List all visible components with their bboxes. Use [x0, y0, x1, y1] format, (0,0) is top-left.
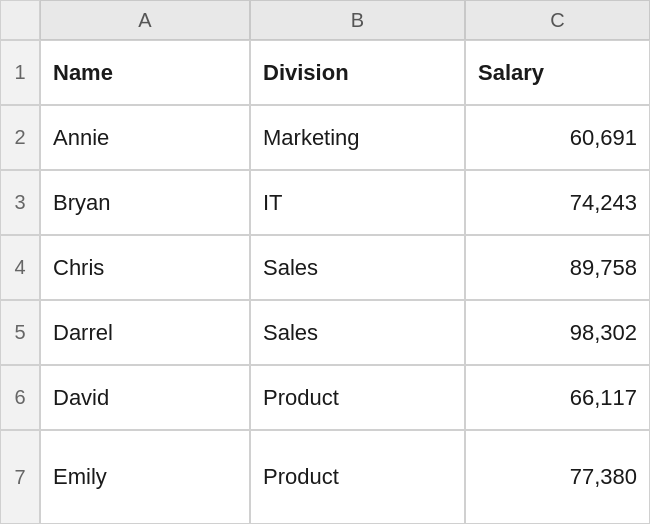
col-header-a: A: [40, 0, 250, 40]
cell-b3[interactable]: IT: [250, 170, 465, 235]
cell-b6[interactable]: Product: [250, 365, 465, 430]
cell-a1[interactable]: Name: [40, 40, 250, 105]
cell-b5[interactable]: Sales: [250, 300, 465, 365]
cell-c2[interactable]: 60,691: [465, 105, 650, 170]
row-num-5: 5: [0, 300, 40, 365]
col-header-c: C: [465, 0, 650, 40]
cell-c5[interactable]: 98,302: [465, 300, 650, 365]
spreadsheet-grid: A B C 1 Name Division Salary 2 Annie Mar…: [0, 0, 650, 524]
corner-cell: [0, 0, 40, 40]
cell-a4[interactable]: Chris: [40, 235, 250, 300]
cell-b1[interactable]: Division: [250, 40, 465, 105]
row-num-2: 2: [0, 105, 40, 170]
col-header-b: B: [250, 0, 465, 40]
cell-a3[interactable]: Bryan: [40, 170, 250, 235]
row-num-6: 6: [0, 365, 40, 430]
row-num-3: 3: [0, 170, 40, 235]
cell-a5[interactable]: Darrel: [40, 300, 250, 365]
cell-b7[interactable]: Product: [250, 430, 465, 524]
cell-c3[interactable]: 74,243: [465, 170, 650, 235]
cell-a7[interactable]: Emily: [40, 430, 250, 524]
cell-c7[interactable]: 77,380: [465, 430, 650, 524]
cell-c6[interactable]: 66,117: [465, 365, 650, 430]
row-num-1: 1: [0, 40, 40, 105]
cell-c1[interactable]: Salary: [465, 40, 650, 105]
cell-c4[interactable]: 89,758: [465, 235, 650, 300]
cell-b4[interactable]: Sales: [250, 235, 465, 300]
row-num-7: 7: [0, 430, 40, 524]
cell-a6[interactable]: David: [40, 365, 250, 430]
cell-b2[interactable]: Marketing: [250, 105, 465, 170]
spreadsheet: A B C 1 Name Division Salary 2 Annie Mar…: [0, 0, 650, 524]
cell-a2[interactable]: Annie: [40, 105, 250, 170]
row-num-4: 4: [0, 235, 40, 300]
